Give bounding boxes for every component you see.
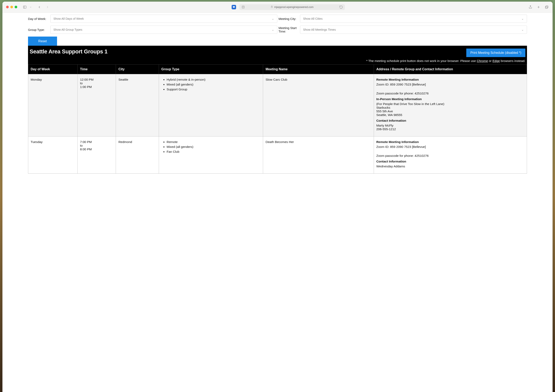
col-meeting-name: Meeting Name bbox=[263, 65, 374, 74]
select-value: Show All Days of Week bbox=[53, 17, 84, 20]
day-of-week-select[interactable]: Show All Days of Week ⌄ bbox=[50, 15, 277, 23]
tabs-overview-icon[interactable] bbox=[544, 5, 549, 9]
cell-address: Remote Meeting InformationZoom ID: 859 2… bbox=[374, 136, 527, 174]
svg-rect-0 bbox=[23, 6, 26, 8]
table-header-bar: Seattle Area Support Groups 1 Print Meet… bbox=[28, 46, 527, 64]
col-group-type: Group Type bbox=[159, 65, 263, 74]
chevron-down-icon: ⌄ bbox=[272, 17, 274, 20]
reset-button[interactable]: Reset bbox=[28, 37, 57, 46]
page-title: Seattle Area Support Groups 1 bbox=[30, 49, 107, 55]
reload-icon[interactable] bbox=[339, 5, 343, 9]
group-type-item: Support Group bbox=[167, 88, 261, 91]
svg-rect-5 bbox=[271, 7, 272, 8]
chevron-down-icon[interactable] bbox=[29, 5, 32, 9]
col-address: Address / Remote Group and Contact Infor… bbox=[374, 65, 527, 74]
meeting-start-select[interactable]: Show All Meetings Times ⌄ bbox=[300, 26, 527, 34]
filter-controls: Day of Week: Show All Days of Week ⌄ Mee… bbox=[28, 15, 527, 34]
share-icon[interactable] bbox=[528, 5, 533, 9]
group-type-item: Fan Club bbox=[167, 150, 261, 154]
chrome-link[interactable]: Chrome bbox=[477, 59, 488, 63]
browser-window: mjwpprod.wpenginepowered.com Day of Week… bbox=[2, 2, 553, 392]
cell-address: Remote Meeting InformationZoom ID: 859 2… bbox=[374, 74, 527, 136]
meetings-table: Day of Week Time City Group Type Meeting… bbox=[28, 64, 527, 174]
window-controls bbox=[6, 6, 17, 8]
col-day: Day of Week bbox=[28, 65, 78, 74]
day-of-week-label: Day of Week: bbox=[28, 17, 49, 21]
col-time: Time bbox=[78, 65, 116, 74]
cell-meeting-name: Slow Cars Club bbox=[263, 74, 374, 136]
select-value: Show All Cities bbox=[303, 17, 322, 20]
chevron-down-icon: ⌄ bbox=[272, 28, 274, 31]
group-type-item: Mixed (all genders) bbox=[167, 83, 261, 86]
meeting-start-label: Meeting Start Time: bbox=[278, 26, 299, 33]
back-button[interactable] bbox=[37, 5, 42, 9]
forward-button[interactable] bbox=[45, 5, 50, 9]
table-row: Monday12:00 PMto1:00 PMSeattleHybrid (re… bbox=[28, 74, 527, 136]
lock-icon bbox=[270, 6, 273, 8]
cell-day: Monday bbox=[28, 74, 78, 136]
group-type-item: Hybrid (remote & in-person) bbox=[167, 78, 261, 81]
new-tab-icon[interactable] bbox=[536, 5, 541, 9]
cell-group-type: Hybrid (remote & in-person)Mixed (all ge… bbox=[159, 74, 263, 136]
sidebar-toggle-icon[interactable] bbox=[22, 5, 27, 9]
print-schedule-button[interactable]: Print Meeting Schedule (disabled *) bbox=[466, 49, 525, 57]
table-row: Tuesday7:00 PMto8:00 PMRedmondRemoteMixe… bbox=[28, 136, 527, 174]
group-type-label: Group Type: bbox=[28, 28, 49, 31]
print-disabled-note: * The meeting schedule print button does… bbox=[30, 59, 525, 63]
maximize-window-button[interactable] bbox=[15, 6, 17, 8]
cell-city: Seattle bbox=[116, 74, 159, 136]
svg-rect-2 bbox=[242, 6, 244, 8]
app-badge-icon bbox=[232, 5, 236, 9]
chevron-down-icon: ⌄ bbox=[521, 28, 524, 31]
group-type-item: Remote bbox=[167, 140, 261, 144]
url-bar[interactable]: mjwpprod.wpenginepowered.com bbox=[239, 4, 345, 10]
meeting-city-select[interactable]: Show All Cities ⌄ bbox=[300, 15, 527, 23]
col-city: City bbox=[116, 65, 159, 74]
cell-time: 7:00 PMto8:00 PM bbox=[78, 136, 116, 174]
cell-time: 12:00 PMto1:00 PM bbox=[78, 74, 116, 136]
cell-city: Redmond bbox=[116, 136, 159, 174]
svg-rect-9 bbox=[546, 6, 548, 8]
titlebar: mjwpprod.wpenginepowered.com bbox=[2, 2, 553, 13]
group-type-select[interactable]: Show All Group Types ⌄ bbox=[50, 26, 277, 34]
group-type-item: Mixed (all genders) bbox=[167, 145, 261, 149]
reader-mode-icon[interactable] bbox=[241, 5, 245, 9]
page-content[interactable]: Day of Week: Show All Days of Week ⌄ Mee… bbox=[2, 13, 553, 392]
minimize-window-button[interactable] bbox=[10, 6, 13, 8]
cell-meeting-name: Death Becomes Her bbox=[263, 136, 374, 174]
cell-day: Tuesday bbox=[28, 136, 78, 174]
chevron-down-icon: ⌄ bbox=[521, 17, 524, 20]
select-value: Show All Group Types bbox=[53, 28, 82, 31]
meeting-city-label: Meeting City: bbox=[278, 17, 299, 21]
cell-group-type: RemoteMixed (all genders)Fan Club bbox=[159, 136, 263, 174]
select-value: Show All Meetings Times bbox=[303, 28, 336, 31]
close-window-button[interactable] bbox=[6, 6, 9, 8]
url-text: mjwpprod.wpenginepowered.com bbox=[274, 6, 314, 8]
edge-link[interactable]: Edge bbox=[492, 59, 500, 63]
svg-rect-10 bbox=[545, 6, 548, 8]
